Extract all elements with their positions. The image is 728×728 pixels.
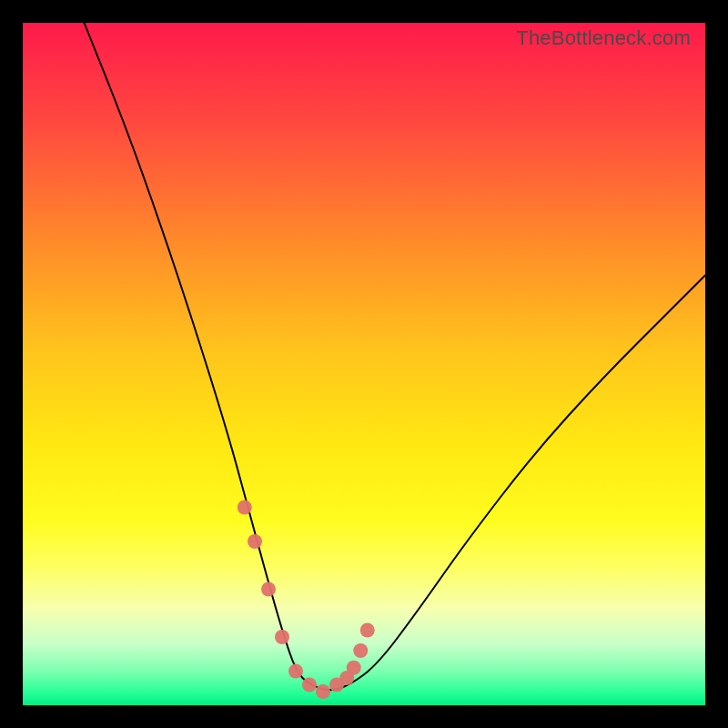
bottleneck-curve <box>85 23 706 690</box>
bottleneck-chart <box>23 23 705 705</box>
chart-frame: TheBottleneck.com <box>23 23 705 705</box>
highlighted-points <box>245 508 368 693</box>
